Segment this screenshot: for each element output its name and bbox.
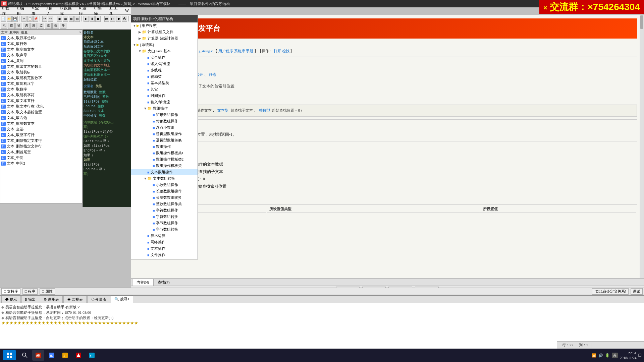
tb2-b7[interactable]: 变 xyxy=(45,23,52,29)
list-item[interactable]: 口文本_取文本起始位置 xyxy=(0,109,82,115)
tb-b3[interactable]: ▩ xyxy=(69,16,74,22)
tb-save[interactable]: 💾 xyxy=(12,16,18,22)
list-item[interactable]: 口文本_取随机Ip xyxy=(0,69,82,75)
tree-node[interactable]: ■ 辅助类 xyxy=(131,73,198,80)
tree-node[interactable]: ■ 网络操作 xyxy=(131,239,198,245)
list-item[interactable]: 口文本_中间2 xyxy=(0,161,82,166)
tree-node[interactable]: ■ 对象数组操作 xyxy=(131,118,198,124)
list-item[interactable]: 口文本_删除指定文本行 xyxy=(0,138,82,143)
tb-c3[interactable]: ⏺ xyxy=(116,16,121,22)
menu-w[interactable]: W xyxy=(123,8,131,14)
tree-node[interactable]: ■ 字符数组操作 xyxy=(131,207,198,214)
tree-node[interactable]: ▼ 📁 文本数组转换 xyxy=(131,175,198,182)
tb-open[interactable]: 📂 xyxy=(7,16,12,22)
tb-paste[interactable]: 📌 xyxy=(33,16,39,22)
scrollbar-thumb[interactable] xyxy=(640,15,643,29)
tree-node[interactable]: ■ 长整数数组转换 xyxy=(131,194,198,201)
tb-b2[interactable]: ▦ xyxy=(63,16,68,22)
list-item[interactable]: 口文本_取文本行在_优化 xyxy=(0,104,82,109)
list-item[interactable]: 口文本_复制 xyxy=(0,58,82,64)
expand-icon[interactable]: ▼ xyxy=(143,177,147,180)
tree-node[interactable]: ▼ 📁 火山.Java.基本 xyxy=(131,48,198,54)
tree-node[interactable]: ■ 矩形数组操作 xyxy=(131,112,198,118)
tree-node[interactable]: ■ 字节数组转换 xyxy=(131,226,198,233)
file-link[interactable]: j_string.v xyxy=(199,49,213,53)
list-item[interactable]: 口文本_删首尾空 xyxy=(0,149,82,155)
taskbar-app-3[interactable]: E xyxy=(59,350,71,361)
tree-node-sys[interactable]: ▼ ▶ [系统库] xyxy=(131,42,198,48)
tab-properties[interactable]: □ 属性 xyxy=(40,288,55,295)
tree-node[interactable]: ■ 逻辑型数组操作 xyxy=(131,131,198,137)
taskbar-app-4[interactable] xyxy=(72,350,85,361)
tree-node[interactable]: ■ 字节数组操作 xyxy=(131,220,198,226)
taskbar-app-5[interactable]: S xyxy=(86,350,98,361)
tb-b1[interactable]: ▣ xyxy=(57,16,62,22)
tab-output[interactable]: E 输出 xyxy=(21,296,39,303)
tb-run2[interactable]: ⏸ xyxy=(90,16,95,22)
access-static-link[interactable]: 静态 xyxy=(209,72,216,76)
list-item[interactable]: 口文本_取随机字符 xyxy=(0,92,82,98)
list-item[interactable]: 口文本_删除指定文件行 xyxy=(0,143,82,149)
manual-link[interactable]: 手册 xyxy=(246,49,253,53)
tab-hint[interactable]: ◆ 提示 xyxy=(1,296,21,303)
tb-c1[interactable]: ⏮ xyxy=(104,16,110,22)
start-button[interactable] xyxy=(3,350,16,360)
tree-node[interactable]: ■ 其它 xyxy=(131,86,198,93)
tree-node[interactable]: ■ 安全操作 xyxy=(131,54,198,61)
list-item[interactable]: 口文本_取空白文本 xyxy=(0,47,82,52)
tb2-b6[interactable]: 监 xyxy=(38,23,44,29)
tree-node[interactable]: ■ 读入/写出流 xyxy=(131,61,198,67)
tree-node[interactable]: ■ 基本类型类 xyxy=(131,80,198,86)
tree-node[interactable]: ■ 数组操作 xyxy=(131,143,198,150)
list-item[interactable]: 口文本_取随机汉字 xyxy=(0,81,82,86)
tab-call-table[interactable]: ⚙ 调用表 xyxy=(40,296,63,303)
list-item[interactable]: 口文本_取右边 xyxy=(0,115,82,121)
tab-program[interactable]: □ 程序 xyxy=(22,288,38,295)
expand-icon[interactable]: ▼ xyxy=(138,49,142,53)
expand-icon[interactable]: ▼ xyxy=(143,107,147,110)
banner-close[interactable]: × xyxy=(543,4,547,11)
tree-node[interactable]: ■ 逻辑型数组转换 xyxy=(131,137,198,143)
tb2-b2[interactable]: 提 xyxy=(8,23,15,29)
tree-node-selected[interactable]: ■ 文本数组操作 xyxy=(131,169,198,175)
taskbar-search[interactable] xyxy=(19,350,31,361)
tb2-b5[interactable]: 用 xyxy=(30,23,37,29)
param3-type-link[interactable]: 整数型 xyxy=(259,109,270,113)
expand-icon[interactable]: ▶ xyxy=(138,30,142,34)
tree-node[interactable]: ▼ 📁 数组操作 xyxy=(131,105,198,112)
tree-node[interactable]: ■ 文本操作 xyxy=(131,245,198,252)
tb-c4[interactable]: ⏻ xyxy=(122,16,127,22)
help-scrollbar[interactable] xyxy=(640,15,644,295)
tree-node[interactable]: ■ 文件操作 xyxy=(131,252,198,258)
list-item[interactable]: 口文本_取出文本的数量 xyxy=(0,64,82,69)
tree-node[interactable]: ■ 多线程 xyxy=(131,67,198,73)
expand-icon[interactable]: ▶ xyxy=(138,37,142,40)
taskbar-app-2[interactable]: IE xyxy=(46,350,58,361)
tree-node[interactable]: ■ 时间操作 xyxy=(131,93,198,99)
list-item[interactable]: 口文本_取随机范围数字 xyxy=(0,75,82,81)
tree-node[interactable]: ■ 输入/输出流 xyxy=(131,99,198,105)
tab-contents[interactable]: 内容(N) xyxy=(132,279,153,286)
tab-support-lib[interactable]: □ 支持库 xyxy=(1,288,20,295)
tab-debug[interactable]: 调试 xyxy=(631,288,643,295)
list-item[interactable]: 口文本_中间 xyxy=(0,155,82,161)
tb2-b9[interactable]: 寻 xyxy=(60,23,66,29)
tab-dll-def[interactable]: [DLL命令定义关系] xyxy=(592,288,629,295)
tab-search[interactable]: 🔍 搜寻1 xyxy=(111,296,133,303)
tree-node[interactable]: ■ 数组操作模板类 xyxy=(131,163,198,169)
tb-cut[interactable]: ✂ xyxy=(21,16,27,22)
tb-b4[interactable]: ▧ xyxy=(74,16,80,22)
tree-node[interactable]: ■ 小数数组操作 xyxy=(131,182,198,188)
tb-new[interactable]: 📄 xyxy=(1,16,6,22)
list-item[interactable]: 口文本_取汉字位码2 xyxy=(0,35,82,41)
tb2-b4[interactable]: 调 xyxy=(23,23,30,29)
tab-search[interactable]: 查找(F) xyxy=(153,279,174,286)
left-panel-close[interactable]: × xyxy=(79,31,81,34)
tb-c2[interactable]: ⏭ xyxy=(110,16,115,22)
tb2-b8[interactable]: 搜 xyxy=(52,23,59,29)
list-item[interactable]: 口文本_取数字 xyxy=(0,86,82,92)
tree-node-user[interactable]: ▼ ▶ [用户程序] xyxy=(131,22,198,29)
tree-node[interactable]: ■ 浮点小数组 xyxy=(131,124,198,131)
tab-vars[interactable]: ◇ 变量表 xyxy=(87,296,110,303)
tab-watch[interactable]: ◈ 监视表 xyxy=(63,296,87,303)
